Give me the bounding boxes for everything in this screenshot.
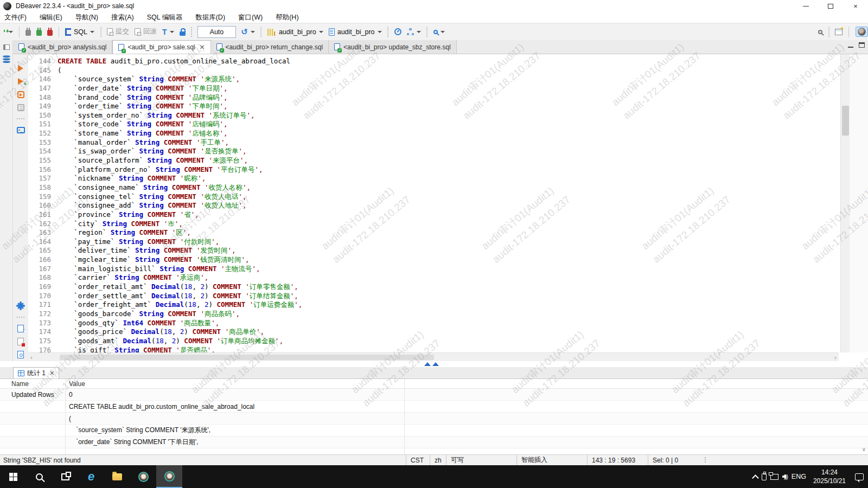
status-caret-position[interactable]: 143 : 19 : 5693	[587, 455, 648, 465]
execution-plan-button[interactable]	[405, 27, 423, 37]
commit-mode-select[interactable]: Auto	[197, 26, 237, 38]
editor-tab-1[interactable]: <audit_bi_pro> sale.sql✕	[112, 40, 210, 54]
internet-explorer-button[interactable]: e	[78, 465, 104, 488]
code-line[interactable]: 150 `system_order_no` String COMMENT '系统…	[28, 111, 840, 120]
code-line[interactable]: 148 `brand_code` String COMMENT '品牌编码',	[28, 93, 840, 102]
sql-editor-area[interactable]: 144CREATE TABLE audit_bi_pro.custom_onli…	[28, 54, 840, 352]
rollback-button[interactable]: 回滚	[132, 25, 159, 38]
volume-button[interactable]: )))	[782, 474, 788, 480]
transaction-filter-button[interactable]: T	[160, 27, 176, 37]
table-row[interactable]: CREATE TABLE audit_bi_pro.custom_online_…	[0, 401, 868, 413]
quick-search-button[interactable]	[816, 28, 825, 36]
explain-plan-button[interactable]	[13, 101, 28, 114]
dbeaver-taskbar-button[interactable]	[130, 465, 156, 488]
schema-selector[interactable]: audit_bi_pro	[327, 27, 384, 37]
menu-item[interactable]: SQL 编辑器	[147, 12, 188, 23]
code-line[interactable]: 172 `goods_barcode` String COMMENT '商品条码…	[28, 310, 840, 319]
dbeaver-taskbar-button-active[interactable]	[156, 465, 182, 488]
code-line[interactable]: 161 `province` String COMMENT '省',	[28, 210, 840, 220]
scrollbar-thumb[interactable]	[60, 355, 434, 360]
table-row[interactable]: Updated Rows0	[0, 389, 868, 401]
code-line[interactable]: 168 `carrier` String COMMENT '承运商',	[28, 273, 840, 282]
code-line[interactable]: 175 `goods_amt` Decimal(18, 2) COMMENT '…	[28, 337, 840, 346]
code-line[interactable]: 155 `source_platform` String COMMENT '来源…	[28, 156, 840, 165]
script-errors-button[interactable]	[13, 335, 28, 348]
editor-tab-2[interactable]: <audit_bi_pro> return_change.sql	[211, 40, 329, 54]
column-header-value[interactable]: Value	[65, 380, 868, 388]
table-row[interactable]: (	[0, 413, 868, 425]
code-line[interactable]: 153 `manual_order` String COMMENT '手工单',	[28, 138, 840, 147]
close-button[interactable]: ×	[843, 0, 868, 12]
menu-item[interactable]: 文件(F)	[4, 12, 32, 23]
code-line[interactable]: 156 `platform_order_no` String COMMENT '…	[28, 165, 840, 175]
code-line[interactable]: 154 `is_swap_order` String COMMENT '是否换货…	[28, 147, 840, 156]
close-icon[interactable]: ✕	[200, 44, 205, 50]
menu-item[interactable]: 搜索(A)	[111, 12, 139, 23]
table-row[interactable]: `order_date` String COMMENT '下单日期',	[0, 436, 868, 448]
panel-sash[interactable]	[0, 361, 868, 367]
sash-up-arrow-icon[interactable]	[424, 362, 431, 366]
code-line[interactable]: 147 `order_date` String COMMENT '下单日期',	[28, 84, 840, 93]
code-line[interactable]: 160 `consignee_add` String COMMENT '收货人地…	[28, 201, 840, 210]
scrollbar-thumb[interactable]	[842, 106, 849, 136]
sql-editor-button[interactable]: SQL	[63, 27, 97, 37]
code-line[interactable]: 158 `consignee_name` String COMMENT '收货人…	[28, 183, 840, 192]
code-line[interactable]: 145(	[28, 66, 840, 75]
search-button[interactable]	[431, 28, 447, 36]
reconnect-button[interactable]	[34, 27, 44, 37]
minimize-button[interactable]	[793, 0, 818, 12]
connection-selector[interactable]: audit_bi_pro	[265, 27, 326, 37]
scroll-down-arrow[interactable]: ∨	[862, 446, 866, 452]
code-line[interactable]: 151 `store_code` String COMMENT '店铺编码',	[28, 120, 840, 129]
start-button[interactable]	[0, 465, 26, 488]
maximize-button[interactable]	[818, 0, 843, 12]
taskbar-clock[interactable]: 14:24 2025/10/21	[810, 468, 849, 485]
file-explorer-button[interactable]	[104, 465, 130, 488]
action-center-icon[interactable]	[855, 473, 864, 480]
code-line[interactable]: 170 `order_settle_amt` Decimal(18, 2) CO…	[28, 292, 840, 301]
scroll-left-arrow[interactable]: ‹	[28, 354, 35, 361]
connect-button[interactable]: +	[4, 29, 15, 35]
menu-item[interactable]: 帮助(H)	[276, 12, 304, 23]
autocommit-lock-button[interactable]	[177, 27, 188, 37]
code-line[interactable]: 164 `pay_time` String COMMENT '付款时间',	[28, 237, 840, 247]
database-navigator-icon[interactable]	[3, 55, 10, 63]
task-view-button[interactable]	[52, 465, 78, 488]
user-profile-button[interactable]	[856, 27, 868, 37]
taskbar-search-button[interactable]	[26, 465, 52, 488]
code-line[interactable]: 165 `deliver_time` String COMMENT '发货时间'…	[28, 246, 840, 255]
open-console-button[interactable]: >_	[13, 124, 28, 137]
minimize-panel-icon[interactable]	[848, 47, 853, 48]
tab-statistics[interactable]: 统计 1 ✕	[13, 367, 59, 378]
maximize-panel-icon[interactable]	[859, 42, 865, 48]
code-line[interactable]: 162 `city` String COMMENT '市',	[28, 220, 840, 229]
code-line[interactable]: 149 `order_time` String COMMENT '下单时间',	[28, 102, 840, 111]
code-line[interactable]: 157 `nickname` String COMMENT '昵称',	[28, 174, 840, 183]
code-line[interactable]: 166 `mgclear_time` String COMMENT '钱货两清时…	[28, 255, 840, 265]
input-language-button[interactable]: ENG	[792, 473, 806, 480]
commit-button[interactable]: 提交	[105, 25, 131, 38]
export-script-button[interactable]	[13, 322, 28, 335]
code-line[interactable]: 174 `goods_price` Decimal(18, 2) COMMENT…	[28, 328, 840, 337]
menu-item[interactable]: 导航(N)	[75, 12, 104, 23]
execute-script-button[interactable]	[13, 88, 28, 101]
code-line[interactable]: 171 `order_freight_amt` Decimal(18, 2) C…	[28, 300, 840, 310]
menu-item[interactable]: 数据库(D)	[195, 12, 231, 23]
execute-new-tab-button[interactable]: +	[13, 75, 28, 88]
sash-up-arrow-icon[interactable]	[432, 362, 439, 366]
column-header-name[interactable]: Name	[0, 380, 65, 388]
query-history-button[interactable]: ↺	[239, 26, 257, 37]
dashboard-button[interactable]	[392, 27, 404, 37]
network-icon[interactable]	[770, 474, 778, 480]
scroll-right-arrow[interactable]: ›	[832, 354, 839, 361]
code-line[interactable]: 163 `region` String COMMENT '区',	[28, 228, 840, 237]
code-line[interactable]: 159 `consignee_tel` String COMMENT '收货人电…	[28, 192, 840, 202]
editor-tab-0[interactable]: <audit_bi_pro> analysis.sql	[13, 40, 112, 54]
code-line[interactable]: 169 `order_retail_amt` Decimal(18, 2) CO…	[28, 282, 840, 292]
disconnect-all-button[interactable]	[45, 27, 55, 37]
editor-tab-3[interactable]: <audit_bi_pro> update_sbz_store.sql	[329, 40, 456, 54]
table-row[interactable]: `source_system` String COMMENT '来源系统',	[0, 425, 868, 436]
editor-vertical-scrollbar[interactable]	[840, 54, 850, 352]
editor-horizontal-scrollbar[interactable]: ‹ ›	[28, 352, 839, 361]
code-line[interactable]: 146 `source_system` String COMMENT '来源系统…	[28, 75, 840, 84]
